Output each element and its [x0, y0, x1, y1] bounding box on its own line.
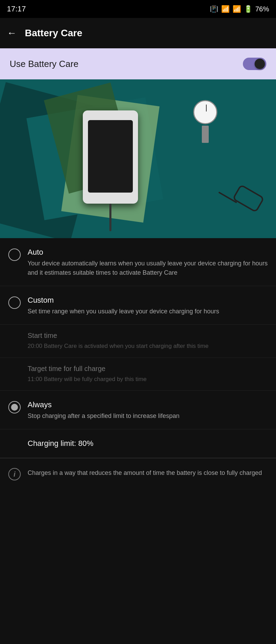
vibrate-icon: 📳 — [210, 5, 218, 13]
phone-illustration — [83, 110, 138, 204]
option-auto-text: Auto Your device automatically learns wh… — [28, 248, 268, 277]
app-bar: ← Battery Care — [0, 18, 276, 48]
battery-icon: 🔋 — [244, 5, 253, 13]
battery-care-toggle[interactable] — [243, 58, 266, 70]
glasses-illustration — [217, 190, 262, 217]
start-time-item: Start time 20:00 Battery Care is activat… — [0, 325, 276, 358]
status-bar: 17:17 📳 📶 📶 🔋 76% — [0, 0, 276, 18]
option-auto-title: Auto — [28, 248, 268, 257]
options-list: Auto Your device automatically learns wh… — [0, 238, 276, 490]
option-always-desc: Stop charging after a specified limit to… — [28, 411, 268, 421]
option-custom-text: Custom Set time range when you usually l… — [28, 296, 268, 316]
status-time: 17:17 — [7, 4, 26, 13]
radio-custom[interactable] — [8, 296, 21, 309]
option-custom-desc: Set time range when you usually leave yo… — [28, 307, 268, 316]
status-icons: 📳 📶 📶 🔋 76% — [210, 5, 269, 13]
info-icon: i — [8, 468, 21, 480]
charging-limit-label: Charging limit: 80% — [28, 439, 93, 448]
target-time-item: Target time for full charge 11:00 Batter… — [0, 358, 276, 391]
watch-illustration — [190, 100, 221, 138]
toggle-label: Use Battery Care — [10, 59, 78, 69]
battery-percent: 76% — [255, 5, 269, 13]
option-auto[interactable]: Auto Your device automatically learns wh… — [0, 238, 276, 286]
option-custom-title: Custom — [28, 296, 268, 305]
charging-limit-row: Charging limit: 80% — [0, 429, 276, 458]
option-auto-desc: Your device automatically learns when yo… — [28, 259, 268, 277]
radio-auto[interactable] — [8, 248, 21, 261]
option-always[interactable]: Always Stop charging after a specified l… — [0, 391, 276, 429]
option-custom[interactable]: Custom Set time range when you usually l… — [0, 286, 276, 325]
start-time-desc: 20:00 Battery Care is activated when you… — [28, 342, 268, 351]
target-time-desc: 11:00 Battery will be fully charged by t… — [28, 375, 268, 384]
wifi-icon: 📶 — [221, 5, 230, 13]
signal-icon: 📶 — [233, 5, 241, 13]
radio-always[interactable] — [8, 401, 21, 413]
info-text: Charges in a way that reduces the amount… — [28, 468, 268, 478]
use-battery-care-row: Use Battery Care — [0, 48, 276, 79]
back-button[interactable]: ← — [7, 28, 17, 39]
hero-illustration — [0, 79, 276, 238]
option-always-text: Always Stop charging after a specified l… — [28, 400, 268, 421]
info-row: i Charges in a way that reduces the amou… — [0, 458, 276, 490]
option-always-title: Always — [28, 400, 268, 409]
target-time-label: Target time for full charge — [28, 365, 268, 373]
page-title: Battery Care — [25, 28, 82, 39]
start-time-label: Start time — [28, 332, 268, 340]
